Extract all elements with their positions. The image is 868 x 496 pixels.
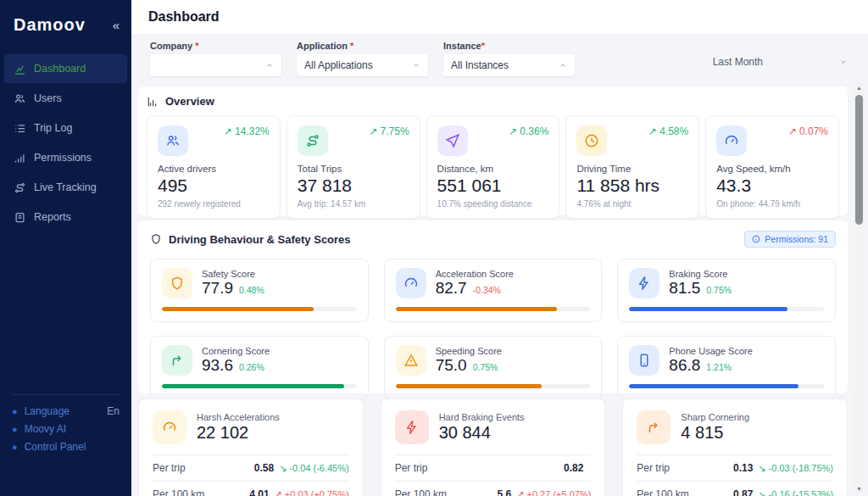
score-delta: 0.26% <box>239 362 264 372</box>
sidebar-item-reports[interactable]: Reports <box>4 203 127 231</box>
row-delta: ↘-0.04 (-6.45%) <box>279 463 349 474</box>
instance-filter: Instance* All Instances <box>443 41 575 76</box>
per-trip-row: Per trip 0.58↘-0.04 (-6.45%) <box>153 454 349 481</box>
delta-badge: ↗14.32% <box>224 125 270 137</box>
sidebar-item-dashboard[interactable]: Dashboard <box>4 54 127 83</box>
score-delta: 1.21% <box>706 362 732 372</box>
score-progressbar-fill <box>629 307 787 311</box>
row-label: Per trip <box>395 462 428 474</box>
vertical-scrollbar[interactable]: ▲ ▼ <box>853 82 865 494</box>
period-select[interactable]: Last Month <box>713 56 848 68</box>
behaviour-title: Driving Behaviour & Safety Scores <box>169 233 351 246</box>
sidebar-footer: ● Language En ● Moovy AI ● Control Panel <box>0 394 131 496</box>
stat-subtext: On phone: 44.79 km/h <box>716 199 828 209</box>
language-value: En <box>107 405 120 417</box>
users-icon <box>158 125 188 156</box>
score-delta: -0.34% <box>473 285 501 295</box>
delta-badge: ↗0.07% <box>788 125 828 137</box>
event-card-harsh-accelerations: Harsh Accelerations 22 102 Per trip 0.58… <box>138 398 364 496</box>
page-title: Dashboard <box>148 9 220 25</box>
event-label: Sharp Cornering <box>681 412 749 422</box>
control-panel-link[interactable]: ● Control Panel <box>12 441 120 453</box>
trend-up-icon: ↗ <box>648 125 657 137</box>
stat-label: Total Trips <box>298 164 409 174</box>
instance-label: Instance* <box>443 41 575 51</box>
score-card-braking: Braking Score 81.50.75% <box>617 259 836 322</box>
sidebar-item-trip-log[interactable]: Trip Log <box>4 114 127 142</box>
score-progressbar <box>629 307 824 311</box>
signal-bars-icon <box>14 152 26 164</box>
application-select[interactable]: All Applications <box>297 54 428 76</box>
score-progressbar <box>629 384 824 388</box>
row-value: 4.01 <box>249 488 269 496</box>
score-value: 82.7 <box>436 279 467 298</box>
gauge-icon <box>153 410 186 444</box>
stat-card-avg-speed: ↗0.07% Avg Speed, km/h 43.3 On phone: 44… <box>705 115 839 219</box>
score-value: 93.6 <box>202 356 233 375</box>
sidebar-item-live-tracking[interactable]: Live Tracking <box>4 173 127 202</box>
score-grid: Safety Score 77.90.48% Acceleration Scor… <box>150 259 836 399</box>
stat-value: 551 061 <box>437 176 549 196</box>
per-trip-row: Per trip 0.13↘-0.03 (-18.75%) <box>637 454 833 481</box>
chevron-up-icon <box>265 61 274 70</box>
score-progressbar <box>396 307 591 311</box>
score-card-acceleration: Acceleration Score 82.7-0.34% <box>384 259 603 322</box>
row-value: 0.58 <box>254 462 274 474</box>
score-progressbar-fill <box>162 384 344 388</box>
stat-card-active-drivers: ↗14.32% Active drivers 495 292 newely re… <box>147 115 281 219</box>
sidebar-item-label: Trip Log <box>34 122 72 134</box>
scrollbar-thumb[interactable] <box>855 95 863 225</box>
overview-panel: Overview ↗14.32% Active drivers 495 292 … <box>138 86 848 215</box>
topbar: Dashboard <box>131 0 868 34</box>
turn-right-icon <box>162 345 192 376</box>
events-row: Harsh Accelerations 22 102 Per trip 0.58… <box>138 398 848 496</box>
score-delta: 0.75% <box>706 285 732 295</box>
report-icon <box>14 211 26 224</box>
score-progressbar <box>162 307 357 311</box>
row-value: 5.6 <box>498 488 512 496</box>
language-link[interactable]: ● Language En <box>12 405 120 417</box>
moovy-ai-link[interactable]: ● Moovy AI <box>12 423 120 435</box>
app-window: Damoov « Dashboard Users Trip Log Permis… <box>0 0 868 496</box>
route-icon <box>298 125 328 156</box>
sidebar-item-label: Dashboard <box>34 63 86 75</box>
phone-icon <box>629 345 659 376</box>
score-value: 81.5 <box>669 279 700 298</box>
bullet-icon: ● <box>12 407 18 416</box>
scroll-down-arrow-icon[interactable]: ▼ <box>853 486 865 492</box>
navigation-icon <box>437 125 468 156</box>
score-delta: 0.75% <box>473 362 498 372</box>
shield-icon <box>162 268 192 298</box>
stat-value: 11 858 hrs <box>576 176 688 196</box>
instance-select[interactable]: All Instances <box>443 54 575 76</box>
score-progressbar-fill <box>162 307 314 311</box>
stat-value: 495 <box>158 176 270 196</box>
trend-down-icon: ↘ <box>758 463 765 474</box>
stat-label: Avg Speed, km/h <box>716 164 828 174</box>
sidebar-item-users[interactable]: Users <box>4 84 127 113</box>
filters-bar: Company * Application * All Applications… <box>131 34 868 81</box>
score-label: Braking Score <box>669 269 732 279</box>
chevron-down-icon <box>839 58 848 66</box>
score-progressbar-fill <box>396 307 558 311</box>
score-progressbar-fill <box>629 384 798 388</box>
bullet-icon: ● <box>12 425 18 434</box>
per-trip-row: Per trip 0.82 <box>395 454 592 481</box>
scroll-up-arrow-icon[interactable]: ▲ <box>853 85 865 91</box>
logo-row: Damoov « <box>0 0 131 47</box>
sidebar-collapse-button[interactable]: « <box>113 18 120 32</box>
company-label: Company * <box>150 41 281 51</box>
sidebar-item-permissions[interactable]: Permissions <box>4 143 127 172</box>
stat-card-row: ↗14.32% Active drivers 495 292 newely re… <box>147 115 839 219</box>
event-value: 30 844 <box>439 423 525 443</box>
score-card-speeding: Speeding Score 75.00.75% <box>384 336 603 399</box>
overview-title-row: Overview <box>147 95 839 108</box>
score-card-safety: Safety Score 77.90.48% <box>150 259 369 322</box>
row-label: Per trip <box>153 462 186 474</box>
per-100km-row: Per 100 km 4.01↗+0.03 (+0.75%) <box>153 481 349 496</box>
sidebar-item-label: Live Tracking <box>34 181 97 193</box>
trend-up-icon: ↗ <box>788 125 797 137</box>
permissions-badge[interactable]: Permissions: 91 <box>744 231 836 248</box>
row-label: Per 100 km <box>637 488 688 496</box>
company-select[interactable] <box>150 54 281 76</box>
